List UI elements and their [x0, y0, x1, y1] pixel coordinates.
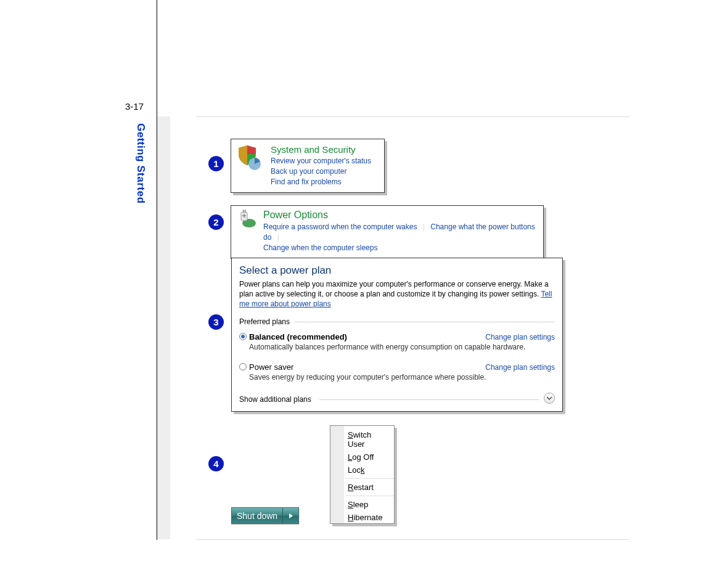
description: Power plans can help you maximize your c… — [239, 279, 555, 309]
svg-rect-4 — [245, 210, 246, 213]
group-preferred-plans: Preferred plans — [239, 317, 555, 326]
shutdown-button-area: Shut down — [231, 425, 330, 524]
panel-power-options: Power Options Require a password when th… — [231, 205, 544, 259]
menu-sleep[interactable]: Sleep — [330, 498, 394, 511]
heading: Select a power plan — [239, 264, 555, 277]
callout-4: 4 — [208, 456, 224, 472]
link-backup[interactable]: Back up your computer — [271, 166, 371, 177]
callout-1: 1 — [208, 156, 224, 171]
panel-shutdown-menu: Shut down Switch User Log Off Lock Resta… — [231, 425, 395, 524]
menu-log-off[interactable]: Log Off — [330, 451, 394, 463]
rule-bottom — [196, 539, 629, 540]
link-review-status[interactable]: Review your computer's status — [271, 156, 371, 166]
menu-separator — [345, 478, 394, 479]
separator: | — [423, 223, 425, 231]
plan-power-saver[interactable]: Power saver Change plan settings Saves e… — [239, 362, 555, 382]
page-number: 3-17 — [125, 101, 144, 112]
rule-top — [196, 116, 629, 117]
panel-system-and-security: System and Security Review your computer… — [231, 139, 385, 193]
chevron-down-icon[interactable] — [544, 393, 555, 404]
menu-switch-user[interactable]: Switch User — [330, 428, 394, 451]
shutdown-button[interactable]: Shut down — [232, 508, 282, 523]
plan-description: Saves energy by reducing your computer's… — [249, 373, 555, 382]
show-additional-plans[interactable]: Show additional plans — [239, 395, 555, 404]
link-change-settings[interactable]: Change plan settings — [485, 363, 555, 372]
callout-2: 2 — [208, 214, 224, 230]
link-find-fix[interactable]: Find and fix problems — [271, 177, 371, 187]
plan-name: Balanced (recommended) — [249, 332, 347, 341]
menu-hibernate[interactable]: Hibernate — [330, 511, 394, 524]
link-sleep[interactable]: Change when the computer sleeps — [263, 243, 377, 252]
plan-balanced[interactable]: Balanced (recommended) Change plan setti… — [239, 332, 555, 351]
separator: | — [277, 233, 279, 242]
panel-title[interactable]: Power Options — [263, 210, 537, 221]
shutdown-menu-arrow[interactable] — [282, 508, 298, 523]
panel-select-power-plan: Select a power plan Power plans can help… — [231, 258, 563, 412]
shutdown-menu: Switch User Log Off Lock Restart Sleep H… — [330, 425, 395, 524]
menu-separator — [345, 496, 394, 496]
callout-3: 3 — [208, 314, 224, 330]
radio-power-saver[interactable] — [239, 363, 247, 370]
section-label: Getting Started — [134, 123, 147, 203]
margin-shade — [157, 116, 170, 539]
radio-balanced[interactable] — [239, 333, 247, 340]
shield-icon — [237, 144, 264, 171]
power-options-icon — [237, 210, 257, 229]
link-change-settings[interactable]: Change plan settings — [485, 333, 555, 341]
link-require-password[interactable]: Require a password when the computer wak… — [263, 223, 417, 231]
panel-title[interactable]: System and Security — [271, 144, 371, 155]
svg-rect-3 — [243, 210, 244, 213]
menu-lock[interactable]: Lock — [330, 463, 394, 476]
plan-name: Power saver — [249, 362, 293, 372]
plan-description: Automatically balances performance with … — [249, 343, 555, 351]
menu-restart[interactable]: Restart — [330, 481, 394, 494]
